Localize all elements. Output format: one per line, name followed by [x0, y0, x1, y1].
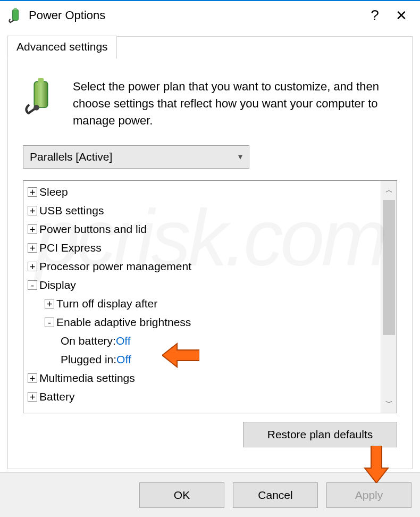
close-button[interactable]: ✕ — [388, 7, 415, 24]
expand-icon[interactable]: + — [28, 224, 37, 234]
battery-icon — [23, 78, 59, 114]
restore-defaults-button[interactable]: Restore plan defaults — [243, 422, 397, 447]
scrollbar[interactable]: ︿ ﹀ — [381, 181, 397, 413]
svg-point-4 — [33, 105, 39, 111]
dialog-footer: OK Cancel Apply — [0, 472, 420, 517]
svg-rect-1 — [14, 8, 17, 10]
scroll-up-icon[interactable]: ︿ — [381, 181, 397, 200]
tree-item-adaptive-brightness[interactable]: -Enable adaptive brightness — [26, 313, 381, 332]
ok-button[interactable]: OK — [139, 482, 224, 508]
plugged-in-value[interactable]: Off — [116, 353, 131, 366]
expand-icon[interactable]: + — [28, 187, 37, 197]
tree-item-battery[interactable]: +Battery — [26, 388, 381, 406]
apply-button[interactable]: Apply — [326, 482, 411, 508]
scroll-track[interactable] — [381, 200, 397, 394]
chevron-down-icon: ▾ — [238, 152, 242, 162]
window-title: Power Options — [29, 9, 362, 22]
description-text: Select the power plan that you want to c… — [73, 78, 397, 129]
tree-item-processor[interactable]: +Processor power management — [26, 257, 381, 276]
setting-on-battery[interactable]: On battery: Off — [26, 332, 381, 351]
tree-item-sleep[interactable]: +Sleep — [26, 183, 381, 202]
dialog-body: Advanced settings — [7, 36, 413, 469]
tree-item-multimedia[interactable]: +Multimedia settings — [26, 369, 381, 388]
scroll-down-icon[interactable]: ﹀ — [381, 394, 397, 413]
svg-rect-0 — [12, 10, 18, 21]
expand-icon[interactable]: + — [28, 373, 37, 383]
tree-item-turn-off-display[interactable]: +Turn off display after — [26, 295, 381, 313]
expand-icon[interactable]: + — [45, 299, 54, 308]
tab-advanced-settings[interactable]: Advanced settings — [7, 36, 117, 59]
power-plan-value: Parallels [Active] — [30, 151, 112, 163]
titlebar: Power Options ? ✕ — [0, 1, 420, 30]
tree-item-usb[interactable]: +USB settings — [26, 202, 381, 220]
settings-tree: +Sleep +USB settings +Power buttons and … — [23, 180, 397, 413]
scroll-thumb[interactable] — [383, 200, 395, 336]
power-plan-dropdown[interactable]: Parallels [Active] ▾ — [23, 145, 249, 169]
cancel-button[interactable]: Cancel — [233, 482, 318, 508]
app-icon — [7, 7, 23, 23]
expand-icon[interactable]: + — [28, 206, 37, 215]
tree-item-display[interactable]: -Display — [26, 276, 381, 295]
tree-item-pci[interactable]: +PCI Express — [26, 239, 381, 257]
expand-icon[interactable]: + — [28, 243, 37, 253]
svg-rect-2 — [34, 81, 48, 107]
tree-item-power-buttons[interactable]: +Power buttons and lid — [26, 220, 381, 239]
setting-plugged-in[interactable]: Plugged in: Off — [26, 351, 381, 369]
tab-strip: Advanced settings — [7, 36, 117, 74]
on-battery-value[interactable]: Off — [116, 335, 131, 347]
help-button[interactable]: ? — [362, 7, 388, 24]
collapse-icon[interactable]: - — [45, 318, 54, 327]
collapse-icon[interactable]: - — [28, 280, 37, 290]
expand-icon[interactable]: + — [28, 262, 37, 271]
expand-icon[interactable]: + — [28, 392, 37, 402]
svg-rect-3 — [38, 78, 44, 83]
